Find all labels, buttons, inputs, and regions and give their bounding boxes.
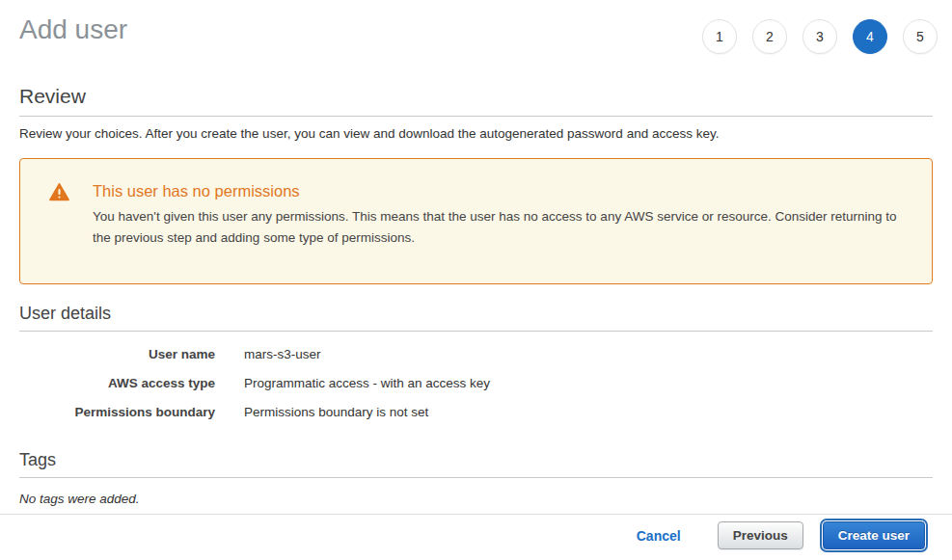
create-user-button[interactable]: Create user [823,521,925,549]
no-permissions-warning-banner: This user has no permissions You haven't… [19,158,933,284]
tags-empty-message: No tags were added. [19,492,933,506]
step-indicator-4-active: 4 [853,19,887,54]
page-header: Add user 1 2 3 4 5 [0,0,952,46]
warning-body: You haven't given this user any permissi… [93,206,897,249]
warning-triangle-icon [49,182,69,249]
detail-row-permissions-boundary: Permissions boundary Permissions boundar… [19,405,933,419]
user-details-heading: User details [19,304,933,332]
tags-heading: Tags [19,450,933,478]
wizard-footer: Cancel Previous Create user [0,514,952,560]
detail-label: Permissions boundary [19,405,244,419]
warning-title: This user has no permissions [93,182,897,200]
step-indicator-3: 3 [802,19,837,54]
main-content: Review Review your choices. After you cr… [0,85,952,506]
review-heading: Review [19,85,933,117]
detail-row-user-name: User name mars-s3-user [19,347,933,361]
cancel-link[interactable]: Cancel [637,528,681,544]
warning-text-block: This user has no permissions You haven't… [93,182,897,249]
wizard-step-indicator: 1 2 3 4 5 [702,19,938,54]
detail-value: Programmatic access - with an access key [244,376,490,390]
step-indicator-5: 5 [903,19,938,54]
detail-value: mars-s3-user [244,347,321,361]
detail-row-access-type: AWS access type Programmatic access - wi… [19,376,933,390]
detail-value: Permissions boundary is not set [244,405,428,419]
step-indicator-1: 1 [702,19,737,54]
step-indicator-2: 2 [752,19,787,54]
previous-button[interactable]: Previous [718,521,803,549]
review-description: Review your choices. After you create th… [19,126,933,141]
detail-label: User name [19,347,244,361]
detail-label: AWS access type [19,376,244,390]
user-details-rows: User name mars-s3-user AWS access type P… [19,347,933,419]
